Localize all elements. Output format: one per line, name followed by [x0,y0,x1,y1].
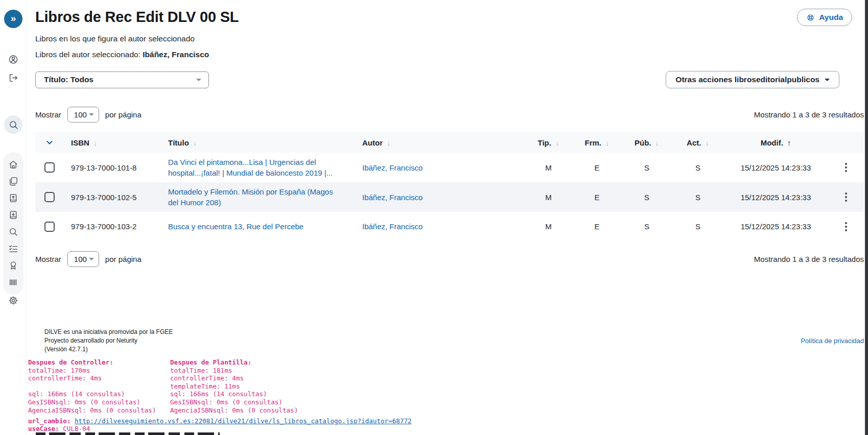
results-count: Mostrando 1 a 3 de 3 resultados [754,255,864,263]
chevron-down-icon [196,79,201,81]
act-cell: S [672,163,723,172]
row-checkbox[interactable] [44,222,55,232]
chevron-down-icon [89,258,94,260]
row-checkbox[interactable] [44,162,55,173]
book-title-link[interactable]: Da Vinci el pintamona...Lisa | Urgencias… [168,157,342,178]
lifebuoy-icon [806,13,815,22]
author-link[interactable]: Ibáñez, Francisco [362,162,423,173]
book-title-link[interactable]: Busca y encuentra 13, Rue del Percebe [168,221,303,232]
footer-initiative-line: DILVE es una iniciativa promovida por la… [44,328,173,336]
column-header-frm[interactable]: Frm.↓ [573,138,621,147]
logout-icon[interactable] [8,72,18,83]
pagination-bottom: Mostrar 100 por página Mostrando 1 a 3 d… [35,251,864,267]
isbn-cell: 979-13-7000-103-2 [64,222,161,231]
column-header-pub[interactable]: Púb.↓ [621,138,672,147]
act-cell: S [672,193,723,202]
frm-cell: E [573,163,621,172]
sort-up-icon: ↑ [787,138,791,147]
row-checkbox[interactable] [44,192,55,202]
sort-down-icon: ↓ [387,138,391,147]
row-menu-kebab-icon[interactable] [842,190,850,204]
selected-author-line: Libros del autor seleccionado: Ibáñez, F… [35,50,864,59]
per-page-select[interactable]: 100 [67,107,99,123]
show-label: Mostrar [35,255,61,263]
modif-cell: 15/12/2025 14:23:33 [723,222,828,231]
footer-developer-line: Proyecto desarrollado por Neturity [44,336,173,345]
sidebar-icon-group [3,152,24,295]
footer-version-line: (Versión 42.7.1) [44,345,173,354]
settings-gear-icon[interactable] [8,295,18,306]
other-actions-label: Otras acciones libroseditorialpublicos [675,75,819,84]
debug-template-title: Despues de Plantilla: [170,358,307,367]
expand-all-button[interactable] [35,137,64,148]
checklist-icon[interactable] [8,244,18,254]
barcode-icon[interactable] [8,277,18,287]
collections-icon[interactable] [8,176,18,186]
per-page-value: 100 [74,110,87,119]
isbn-cell: 979-13-7000-102-5 [64,193,161,202]
chevron-down-icon [89,113,94,116]
debug-usecase-line: useCase: CULB-04 [28,425,864,433]
title-filter-select[interactable]: Título: Todos [35,71,209,88]
column-header-act[interactable]: Act.↓ [672,138,723,147]
sort-down-icon: ↓ [705,138,709,147]
sidebar-item-search-active[interactable] [4,115,22,134]
isbn-cell: 979-13-7000-101-8 [64,163,161,172]
per-page-suffix: por página [105,255,142,263]
show-label: Mostrar [35,110,61,119]
usecase-label: useCase: [28,425,59,432]
row-menu-kebab-icon[interactable] [842,220,850,233]
book-title-link[interactable]: Mortadelo y Filemón. Misión por España (… [168,186,342,208]
main-content: Libros de Rec Edit DLV 00 SL Ayuda Libro… [27,0,868,432]
act-cell: S [672,222,723,231]
debug-url-line: url_cambio: http://dilveseguimiento.vsf.… [28,418,864,425]
selected-author-name: Ibáñez, Francisco [143,50,209,59]
chevron-down-icon [825,79,830,81]
column-header-isbn[interactable]: ISBN↓ [64,138,161,147]
column-header-tip[interactable]: Tip.↓ [524,138,573,147]
home-icon[interactable] [8,159,18,170]
catalog-url-link[interactable]: http://dilveseguimiento.vsf.es:22081/dil… [75,417,412,425]
book-download-icon[interactable] [8,210,18,220]
books-table: ISBN↓ Título↓ Autor↓ Tip.↓ Frm.↓ Púb.↓ A… [35,132,864,241]
selected-author-label: Libros del autor seleccionado: [35,50,140,59]
author-link[interactable]: Ibáñez, Francisco [362,221,423,232]
tip-cell: M [524,163,573,172]
per-page-value: 100 [74,255,87,263]
pub-cell: S [621,222,672,231]
help-button[interactable]: Ayuda [797,9,852,26]
sort-down-icon: ↓ [555,138,559,147]
pagination-top: Mostrar 100 por página Mostrando 1 a 3 d… [35,107,864,123]
per-page-select[interactable]: 100 [67,251,99,267]
sort-down-icon: ↓ [193,138,197,147]
sort-down-icon: ↓ [93,138,98,147]
column-header-autor[interactable]: Autor↓ [355,138,524,147]
search-icon [8,119,19,130]
award-icon[interactable] [8,260,18,271]
usecase-value: CULB-04 [63,425,90,432]
other-actions-button[interactable]: Otras acciones libroseditorialpublicos [666,71,839,88]
chevron-double-right-icon: » [11,13,16,24]
modif-cell: 15/12/2025 14:23:33 [723,193,828,202]
book-upload-icon[interactable] [8,193,18,203]
privacy-policy-link[interactable]: Política de privacidad [801,337,864,345]
search-icon[interactable] [8,227,18,237]
row-menu-kebab-icon[interactable] [842,161,850,174]
title-filter-value: Título: Todos [44,75,93,84]
pub-cell: S [621,193,672,202]
table-row: 979-13-7000-102-5 Mortadelo y Filemón. M… [35,182,864,212]
tip-cell: M [524,222,573,231]
per-page-suffix: por página [105,110,142,119]
column-header-titulo[interactable]: Título↓ [161,138,355,147]
site-footer: DILVE es una iniciativa promovida por la… [35,328,864,354]
author-link[interactable]: Ibáñez, Francisco [362,192,423,203]
window-edge-strip [865,0,868,435]
column-header-modif[interactable]: Modif.↑ [723,138,828,147]
account-icon[interactable] [8,54,18,65]
tip-cell: M [524,193,573,202]
sort-down-icon: ↓ [605,138,609,147]
debug-timing-block: Despues de Controller: totalTime: 170ms … [28,358,864,414]
sidebar-expand-button[interactable]: » [4,10,22,28]
page-title: Libros de Rec Edit DLV 00 SL [35,9,239,26]
sidebar: » [0,0,27,435]
